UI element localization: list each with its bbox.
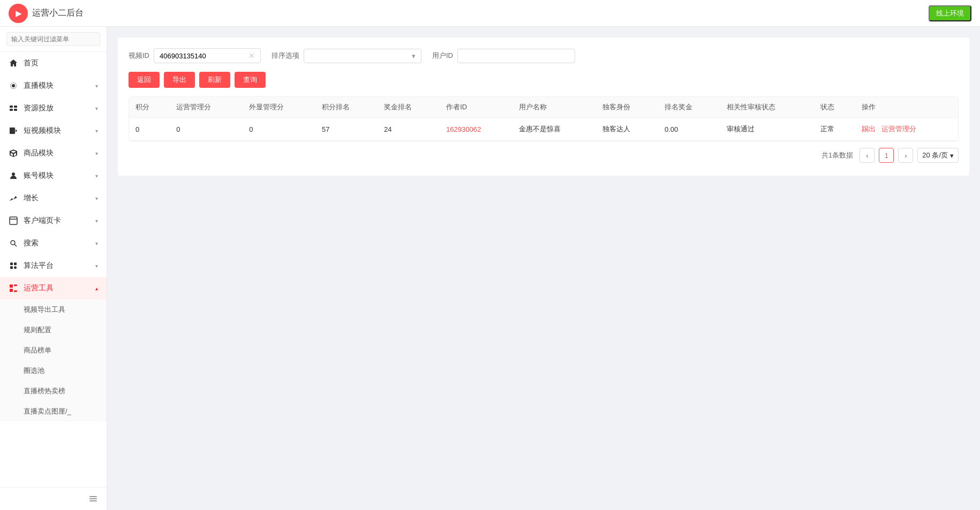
pagination-prev-button[interactable]: ‹ xyxy=(860,148,875,163)
logo: ▶ 运营小二后台 xyxy=(9,4,84,23)
growth-icon xyxy=(9,193,18,203)
sidebar-item-account[interactable]: 账号模块 ▾ xyxy=(0,164,107,187)
sidebar-item-product-rank[interactable]: 商品榜单 xyxy=(0,340,107,361)
chevron-down-icon-7: ▾ xyxy=(95,218,98,224)
sidebar-item-live-bestseller[interactable]: 直播榜热卖榜 xyxy=(0,381,107,401)
cell-score: 0 xyxy=(129,118,170,141)
pagination: 共1条数据 ‹ 1 › 20 条/页 ▾ xyxy=(129,141,959,165)
svg-rect-20 xyxy=(14,290,17,292)
svg-rect-6 xyxy=(14,109,17,111)
live-icon xyxy=(9,81,18,91)
content-card: 视频ID ✕ 排序选项 ▾ 用户ID xyxy=(118,38,969,176)
sidebar-item-home[interactable]: 首页 xyxy=(0,52,107,74)
env-button[interactable]: 线上环境 xyxy=(929,5,971,21)
sidebar-item-ops-tools[interactable]: 运营工具 ▴ xyxy=(0,277,107,299)
product-icon xyxy=(9,148,18,158)
sidebar-item-short-video-label: 短视频模块 xyxy=(24,126,90,136)
video-id-input[interactable] xyxy=(160,52,245,60)
sidebar-item-account-label: 账号模块 xyxy=(24,171,90,181)
pagination-page-1[interactable]: 1 xyxy=(879,148,894,163)
svg-rect-13 xyxy=(10,262,13,265)
chevron-down-icon-6: ▾ xyxy=(95,196,98,201)
short-video-icon xyxy=(9,126,18,136)
sidebar-item-algorithm[interactable]: 算法平台 ▾ xyxy=(0,254,107,277)
svg-point-11 xyxy=(11,241,15,245)
col-username: 用户名称 xyxy=(512,97,596,118)
resource-icon xyxy=(9,103,18,113)
chevron-down-icon-9: ▾ xyxy=(95,263,98,269)
table-header-row: 积分 运营管理分 外显管理分 积分排名 奖金排名 作者ID 用户名称 独客身份 … xyxy=(129,97,958,118)
cell-rank-prize: 0.00 xyxy=(658,118,720,141)
logo-icon: ▶ xyxy=(9,4,28,23)
sidebar-item-short-video[interactable]: 短视频模块 ▾ xyxy=(0,119,107,142)
svg-rect-19 xyxy=(14,284,17,286)
cell-display-score: 0 xyxy=(243,118,315,141)
cell-author-id: 162930062 xyxy=(440,118,512,141)
svg-rect-15 xyxy=(10,266,13,269)
sort-filter: 排序选项 ▾ xyxy=(272,49,421,63)
svg-rect-4 xyxy=(14,106,17,108)
sidebar-item-growth-label: 增长 xyxy=(24,193,90,203)
pagination-total: 共1条数据 xyxy=(821,151,853,160)
sidebar-search-input[interactable] xyxy=(6,32,100,46)
back-button[interactable]: 返回 xyxy=(129,72,160,88)
sidebar-item-resource[interactable]: 资源投放 ▾ xyxy=(0,97,107,119)
chevron-up-icon: ▴ xyxy=(95,286,98,291)
sidebar-item-product[interactable]: 商品模块 ▾ xyxy=(0,142,107,164)
clear-icon[interactable]: ✕ xyxy=(248,51,255,60)
sidebar-collapse-button[interactable] xyxy=(0,487,107,510)
sidebar-item-selection-pool[interactable]: 圈选池 xyxy=(0,361,107,381)
kick-action-link[interactable]: 踢出 xyxy=(862,125,876,133)
table-row: 0 0 0 57 24 162930062 金惠不是惊喜 独客达人 0.00 审… xyxy=(129,118,958,141)
export-button[interactable]: 导出 xyxy=(164,72,195,88)
sort-label: 排序选项 xyxy=(272,51,299,61)
page-size-arrow-icon: ▾ xyxy=(950,152,954,160)
col-ops-score: 运营管理分 xyxy=(170,97,243,118)
cell-status: 正常 xyxy=(814,118,855,141)
sidebar-item-search[interactable]: 搜索 ▾ xyxy=(0,232,107,254)
page-size-label: 20 条/页 xyxy=(922,151,948,160)
chevron-down-icon-2: ▾ xyxy=(95,106,98,111)
home-icon xyxy=(9,58,18,68)
sidebar-search-container xyxy=(0,27,107,52)
ops-tools-icon xyxy=(9,283,18,293)
video-id-input-wrapper: ✕ xyxy=(154,48,261,63)
page-size-select[interactable]: 20 条/页 ▾ xyxy=(917,148,959,163)
sidebar-item-rule-config[interactable]: 规则配置 xyxy=(0,320,107,340)
query-button[interactable]: 查询 xyxy=(235,72,266,88)
svg-rect-5 xyxy=(10,109,13,111)
col-identity: 独客身份 xyxy=(596,97,658,118)
refresh-button[interactable]: 刷新 xyxy=(199,72,230,88)
ops-score-action-link[interactable]: 运营管理分 xyxy=(881,125,916,133)
cell-identity: 独客达人 xyxy=(596,118,658,141)
col-score-rank: 积分排名 xyxy=(315,97,378,118)
svg-rect-7 xyxy=(10,128,15,134)
cell-prize-rank: 24 xyxy=(378,118,440,141)
sidebar-item-live[interactable]: 直播模块 ▾ xyxy=(0,74,107,97)
svg-rect-23 xyxy=(89,500,97,501)
sidebar-item-search-label: 搜索 xyxy=(24,238,90,248)
sort-arrow-icon: ▾ xyxy=(412,52,416,60)
col-score: 积分 xyxy=(129,97,170,118)
cell-username: 金惠不是惊喜 xyxy=(512,118,596,141)
client-page-icon xyxy=(9,216,18,226)
svg-text:▶: ▶ xyxy=(16,9,22,18)
user-id-filter: 用户ID xyxy=(432,49,575,63)
chevron-down-icon-8: ▾ xyxy=(95,241,98,246)
action-bar: 返回 导出 刷新 查询 xyxy=(129,72,959,88)
sort-select[interactable]: ▾ xyxy=(304,49,421,63)
user-id-input[interactable] xyxy=(457,49,575,63)
sidebar-item-video-export[interactable]: 视频导出工具 xyxy=(0,299,107,320)
chevron-down-icon-4: ▾ xyxy=(95,151,98,156)
ops-tools-submenu: 视频导出工具 规则配置 商品榜单 圈选池 直播榜热卖榜 直播卖点图厘/_ xyxy=(0,299,107,422)
pagination-next-button[interactable]: › xyxy=(898,148,913,163)
sidebar-item-growth[interactable]: 增长 ▾ xyxy=(0,187,107,209)
author-id-link[interactable]: 162930062 xyxy=(446,125,481,133)
sidebar-item-client-page[interactable]: 客户端页卡 ▾ xyxy=(0,209,107,232)
col-action: 操作 xyxy=(855,97,958,118)
svg-rect-9 xyxy=(10,217,17,224)
main-content: 视频ID ✕ 排序选项 ▾ 用户ID xyxy=(107,27,980,510)
col-review-status: 相关性审核状态 xyxy=(720,97,815,118)
svg-line-12 xyxy=(14,244,17,246)
sidebar-item-more[interactable]: 直播卖点图厘/_ xyxy=(0,401,107,422)
